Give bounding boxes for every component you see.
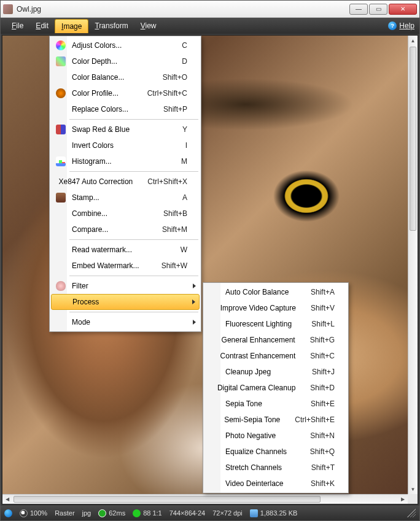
menu-item-label: General Enhancement <box>222 336 295 344</box>
menu-item-color-profile[interactable]: Color Profile...Ctrl+Shift+C <box>51 85 200 101</box>
menu-shortcut: M <box>181 157 187 166</box>
ratio-icon <box>133 509 141 517</box>
vertical-scrollbar[interactable]: ▲ ▼ <box>408 36 418 494</box>
menu-item-label: Histogram... <box>72 157 166 166</box>
menu-item-general-enhancement[interactable]: General EnhancementShift+G <box>204 332 347 348</box>
status-format: jpg <box>82 509 91 517</box>
menu-item-filter[interactable]: Filter <box>51 278 200 294</box>
menu-item-color-balance[interactable]: Color Balance...Shift+O <box>51 69 200 85</box>
menu-separator <box>69 119 198 120</box>
app-window: Owl.jpg — ▭ ✕ File Edit Image Transform … <box>0 0 420 521</box>
menu-shortcut: Shift+A <box>311 288 335 296</box>
maximize-button[interactable]: ▭ <box>369 4 387 15</box>
menu-item-label: Stamp... <box>72 193 168 202</box>
menu-separator <box>69 312 198 312</box>
minimize-button[interactable]: — <box>349 4 368 15</box>
scroll-thumb[interactable] <box>410 47 416 231</box>
image-dropdown-menu: Adjust Colors...CColor Depth...DColor Ba… <box>49 36 201 332</box>
close-button[interactable]: ✕ <box>389 4 417 15</box>
depth-icon <box>56 56 66 66</box>
menu-item-histogram[interactable]: Histogram...M <box>51 153 200 169</box>
menu-file[interactable]: File <box>6 19 29 33</box>
menu-item-label: Mode <box>72 318 187 326</box>
menu-item-read-watermark[interactable]: Read watermark...W <box>51 242 200 258</box>
horizontal-scrollbar[interactable]: ◀ ▶ <box>2 494 408 504</box>
menu-item-invert-colors[interactable]: Invert ColorsI <box>51 137 200 153</box>
app-icon <box>3 4 13 14</box>
memory-icon <box>250 509 258 517</box>
menu-transform[interactable]: Transform <box>88 19 134 33</box>
menu-item-label: Embed Watermark... <box>72 261 147 270</box>
menu-item-label: Color Depth... <box>72 57 167 66</box>
menu-item-label: Digital Camera Cleanup <box>217 384 295 392</box>
menu-item-label: Contrast Enhancement <box>220 352 296 360</box>
menu-shortcut: Shift+Q <box>310 447 335 456</box>
menu-shortcut: Shift+G <box>310 336 335 344</box>
menu-shortcut: Shift+K <box>311 479 335 488</box>
menu-edit[interactable]: Edit <box>29 19 55 33</box>
menu-item-label: Adjust Colors... <box>72 41 167 50</box>
scroll-right-icon[interactable]: ▶ <box>398 495 408 504</box>
clock-icon <box>98 509 106 517</box>
menu-shortcut: Shift+E <box>311 399 335 408</box>
scroll-up-icon[interactable]: ▲ <box>408 36 418 45</box>
menu-item-video-deinterlace[interactable]: Video DeinterlaceShift+K <box>204 476 347 492</box>
menu-item-fluorescent-lighting[interactable]: Fluorescent LightingShift+L <box>204 316 347 332</box>
menu-item-cleanup-jpeg[interactable]: Cleanup JpegShift+J <box>204 364 347 380</box>
menu-item-swap-red-blue[interactable]: Swap Red & BlueY <box>51 122 200 137</box>
menu-shortcut: Shift+B <box>163 209 187 218</box>
menu-item-color-depth[interactable]: Color Depth...D <box>51 53 200 69</box>
menu-item-digital-camera-cleanup[interactable]: Digital Camera CleanupShift+D <box>204 380 347 396</box>
menu-shortcut: Shift+C <box>310 352 335 360</box>
menu-item-auto-color-balance[interactable]: Auto Color BalanceShift+A <box>204 284 347 300</box>
menu-item-equalize-channels[interactable]: Equalize ChannelsShift+Q <box>204 444 347 460</box>
menu-shortcut: Ctrl+Shift+X <box>147 177 187 186</box>
menu-separator <box>69 239 198 240</box>
help-icon: ? <box>388 21 397 30</box>
menu-item-combine[interactable]: Combine...Shift+B <box>51 206 200 222</box>
menu-separator <box>69 276 198 276</box>
menu-view[interactable]: View <box>134 19 163 33</box>
status-memory: 1,883.25 KB <box>250 509 298 517</box>
profile-icon <box>56 88 66 98</box>
menu-item-label: Photo Negative <box>225 431 295 440</box>
menu-image[interactable]: Image <box>55 19 88 33</box>
window-controls: — ▭ ✕ <box>349 4 417 15</box>
status-zoom[interactable]: 100% <box>20 509 47 517</box>
menu-item-label: Filter <box>72 282 187 290</box>
stamp-icon <box>56 193 66 203</box>
menu-shortcut: W <box>181 245 187 254</box>
menu-item-semi-sepia-tone[interactable]: Semi-Sepia ToneCtrl+Shift+E <box>204 412 347 428</box>
scroll-down-icon[interactable]: ▼ <box>408 484 418 494</box>
menu-item-improve-video-capture[interactable]: Improve Video CaptureShift+V <box>204 300 347 316</box>
menu-item-process[interactable]: Process <box>51 294 200 310</box>
statusbar: 100% Raster jpg 62ms 88 1:1 744×864·24 7… <box>1 506 419 520</box>
menu-item-replace-colors[interactable]: Replace Colors...Shift+P <box>51 101 200 117</box>
menu-item-label: Combine... <box>72 209 149 218</box>
menu-item-mode[interactable]: Mode <box>51 314 200 330</box>
scroll-left-icon[interactable]: ◀ <box>2 495 12 504</box>
titlebar: Owl.jpg — ▭ ✕ <box>1 1 419 18</box>
menu-item-label: Swap Red & Blue <box>72 125 168 134</box>
menu-item-photo-negative[interactable]: Photo NegativeShift+N <box>204 428 347 444</box>
menu-shortcut: Shift+O <box>163 73 187 82</box>
menu-item-stretch-channels[interactable]: Stretch ChannelsShift+T <box>204 460 347 476</box>
menu-help[interactable]: ? Help <box>388 21 414 30</box>
scroll-thumb[interactable] <box>14 496 321 503</box>
menu-item-embed-watermark[interactable]: Embed Watermark...Shift+W <box>51 258 200 274</box>
menu-item-compare[interactable]: Compare...Shift+M <box>51 222 200 237</box>
menu-item-label: Video Deinterlace <box>225 479 296 488</box>
menu-item-label: Compare... <box>72 225 147 234</box>
menu-item-contrast-enhancement[interactable]: Contrast EnhancementShift+C <box>204 348 347 364</box>
menu-shortcut: Shift+P <box>163 105 187 114</box>
menu-item-adjust-colors[interactable]: Adjust Colors...C <box>51 37 200 53</box>
menu-item-xe847-auto-correction[interactable]: Xe847 Auto CorrectionCtrl+Shift+X <box>51 174 200 190</box>
menu-item-label: Equalize Channels <box>225 447 295 456</box>
menu-item-stamp[interactable]: Stamp...A <box>51 190 200 206</box>
resize-grip[interactable] <box>407 509 416 517</box>
menu-shortcut: Shift+J <box>312 368 335 376</box>
process-submenu: Auto Color BalanceShift+AImprove Video C… <box>203 282 349 493</box>
menu-item-sepia-tone[interactable]: Sepia ToneShift+E <box>204 396 347 412</box>
info-icon[interactable] <box>4 509 12 517</box>
menu-shortcut: I <box>185 141 187 150</box>
